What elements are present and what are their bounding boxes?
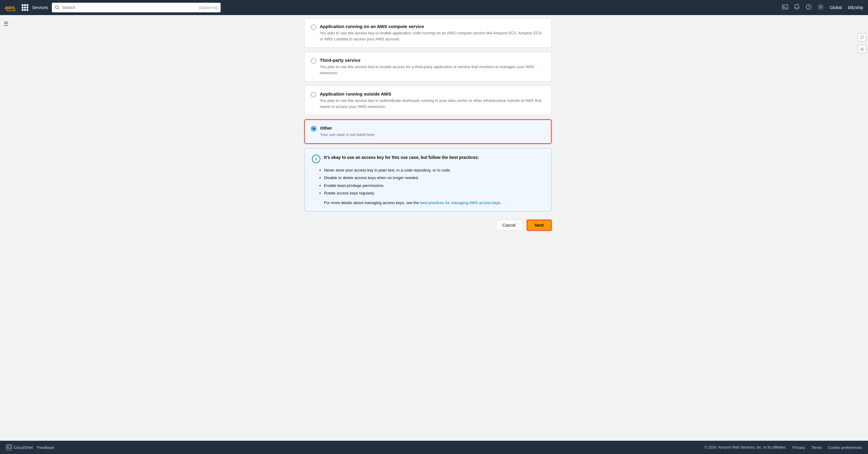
sidebar-toggle: ☰ [0, 15, 12, 441]
info-circle-icon: i [312, 155, 320, 163]
right-location-icon[interactable]: ◎ [858, 44, 866, 53]
terminal-icon[interactable] [782, 4, 788, 11]
search-shortcut: [Option+S] [199, 5, 218, 10]
cookie-prefs-link[interactable]: Cookie preferences [828, 445, 862, 450]
nav-icons: ? Global blitzship [782, 4, 863, 11]
option-desc-outside-aws: You plan to use this access key to authe… [320, 98, 545, 110]
option-desc-compute: You plan to use this access key to enabl… [320, 30, 545, 42]
option-label-outside-aws: Application running outside AWS [320, 91, 545, 96]
svg-text:aws: aws [5, 4, 15, 10]
footer-copyright: © 2024, Amazon Web Services, Inc. or its… [704, 445, 786, 450]
search-bar[interactable]: [Option+S] [52, 3, 221, 12]
footer-links: Privacy Terms Cookie preferences [792, 445, 862, 450]
option-text-other: Other Your use case is not listed here. [320, 125, 375, 138]
option-text-outside-aws: Application running outside AWS You plan… [320, 91, 545, 110]
cloudshell-button[interactable]: CloudShell [6, 444, 33, 450]
right-side-icons: ⓘ ◎ [856, 15, 868, 441]
option-desc-other: Your use case is not listed here. [320, 132, 375, 138]
info-box-footer: For more details about managing access k… [324, 201, 544, 205]
best-practices-link[interactable]: best practices for managing AWS access k… [420, 201, 500, 205]
option-text-third-party: Third-party service You plan to use this… [320, 58, 545, 75]
info-box-header: i It's okay to use an access key for thi… [312, 154, 544, 163]
option-card-other[interactable]: Other Your use case is not listed here. [304, 119, 552, 144]
option-card-outside-aws[interactable]: Application running outside AWS You plan… [304, 86, 552, 115]
top-navigation: aws Services [Option+S] [0, 0, 868, 15]
info-bullet-2: Disable or delete access keys when no lo… [324, 175, 544, 181]
option-label-third-party: Third-party service [320, 58, 545, 63]
main-content: Application running on an AWS compute se… [12, 15, 856, 441]
content-wrapper: ☰ Application running on an AWS compute … [0, 15, 868, 441]
option-label-compute: Application running on an AWS compute se… [320, 24, 545, 29]
radio-third-party[interactable] [311, 58, 316, 64]
option-card-third-party[interactable]: Third-party service You plan to use this… [304, 52, 552, 81]
terms-link[interactable]: Terms [811, 445, 822, 450]
cloudshell-icon [6, 444, 12, 450]
help-icon[interactable]: ? [806, 4, 812, 11]
bell-icon[interactable] [794, 4, 800, 11]
info-box-list: Never store your access key in plain tex… [324, 167, 544, 196]
radio-compute[interactable] [311, 24, 316, 30]
option-card-compute[interactable]: Application running on an AWS compute se… [304, 18, 552, 48]
svg-rect-4 [782, 5, 788, 9]
search-input[interactable] [62, 5, 196, 10]
option-text-compute: Application running on an AWS compute se… [320, 24, 545, 42]
info-footer-suffix: . [500, 201, 501, 205]
info-bullet-1: Never store your access key in plain tex… [324, 167, 544, 173]
grid-menu-icon[interactable] [22, 4, 28, 11]
next-button[interactable]: Next [527, 220, 552, 231]
search-icon [55, 5, 60, 10]
svg-point-8 [820, 6, 822, 8]
svg-line-3 [58, 8, 59, 10]
cloudshell-label: CloudShell [14, 445, 33, 450]
radio-outside-aws[interactable] [311, 92, 316, 97]
privacy-link[interactable]: Privacy [792, 445, 805, 450]
button-area: Cancel Next [304, 220, 552, 231]
svg-text:?: ? [808, 5, 810, 9]
best-practices-info-box: i It's okay to use an access key for thi… [304, 148, 552, 211]
info-bullet-3: Enable least-privilege permissions. [324, 183, 544, 189]
cancel-button[interactable]: Cancel [496, 220, 522, 231]
info-box-title: It's okay to use an access key for this … [324, 154, 479, 161]
region-selector[interactable]: Global [830, 5, 842, 10]
page-body: Application running on an AWS compute se… [304, 15, 552, 231]
info-bullet-4: Rotate access keys regularly. [324, 190, 544, 196]
radio-other[interactable] [311, 126, 316, 131]
hamburger-icon[interactable]: ☰ [4, 21, 8, 27]
services-nav-label[interactable]: Services [32, 5, 48, 10]
bottom-bar: CloudShell Feedback © 2024, Amazon Web S… [0, 441, 868, 454]
account-menu[interactable]: blitzship [848, 5, 863, 10]
aws-logo[interactable]: aws [5, 4, 17, 11]
option-desc-third-party: You plan to use this access key to enabl… [320, 64, 545, 75]
settings-icon[interactable] [818, 4, 824, 11]
feedback-link[interactable]: Feedback [37, 445, 54, 450]
option-label-other: Other [320, 125, 375, 130]
right-info-icon[interactable]: ⓘ [858, 33, 866, 41]
info-footer-prefix: For more details about managing access k… [324, 201, 420, 205]
